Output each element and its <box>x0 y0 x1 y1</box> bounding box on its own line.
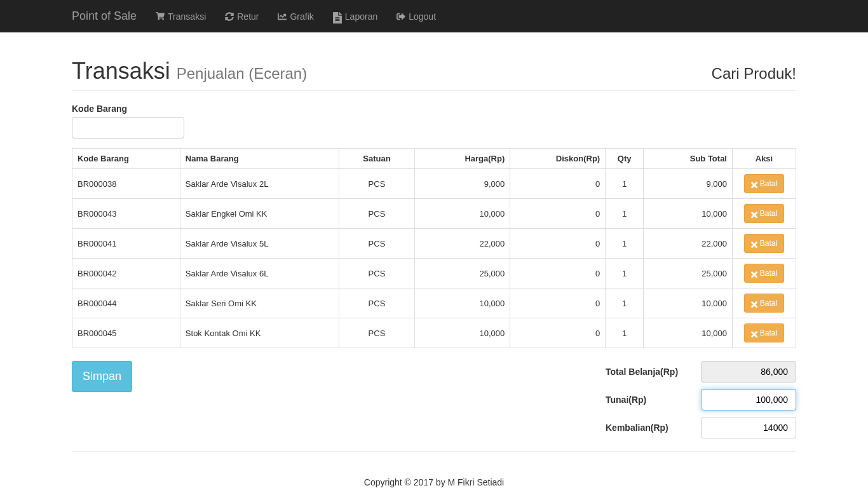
cell-aksi: Batal <box>732 318 796 348</box>
kode-barang-label: Kode Barang <box>72 104 796 114</box>
total-belanja-input <box>701 361 796 383</box>
batal-button[interactable]: Batal <box>744 204 784 223</box>
cell-aksi: Batal <box>732 199 796 229</box>
cell-kode: BR000038 <box>72 169 180 199</box>
cart-icon <box>156 12 165 21</box>
kode-barang-group: Kode Barang <box>72 104 796 139</box>
kode-barang-input[interactable] <box>72 117 184 139</box>
cell-qty: 1 <box>606 199 644 229</box>
navbar-brand[interactable]: Point of Sale <box>62 0 146 32</box>
cell-kode: BR000045 <box>72 318 180 348</box>
close-icon <box>751 270 757 276</box>
totals-section: Simpan Total Belanja(Rp) Tunai(Rp) Kemba… <box>72 361 796 438</box>
cell-subtotal: 10,000 <box>644 288 733 318</box>
close-icon <box>751 210 757 217</box>
chart-icon <box>278 12 287 21</box>
cell-harga: 9,000 <box>415 169 510 199</box>
tunai-input[interactable] <box>701 389 796 410</box>
page-title: Transaksi Penjualan (Eceran) <box>72 58 307 85</box>
batal-label: Batal <box>760 208 777 219</box>
th-satuan: Satuan <box>339 149 415 169</box>
nav-grafik[interactable]: Grafik <box>268 2 323 31</box>
batal-button[interactable]: Batal <box>744 174 784 193</box>
simpan-button[interactable]: Simpan <box>72 361 132 392</box>
cell-subtotal: 22,000 <box>644 229 733 259</box>
cell-aksi: Batal <box>732 259 796 288</box>
cell-nama: Saklar Engkel Omi KK <box>180 199 339 229</box>
kembalian-label: Kembalian(Rp) <box>606 423 688 433</box>
batal-button[interactable]: Batal <box>744 294 784 313</box>
th-subtotal: Sub Total <box>644 149 733 169</box>
cell-diskon: 0 <box>510 169 606 199</box>
table-row: BR000044 Saklar Seri Omi KK PCS 10,000 0… <box>72 288 796 318</box>
batal-button[interactable]: Batal <box>744 323 784 342</box>
batal-label: Batal <box>760 327 777 339</box>
cell-harga: 10,000 <box>415 199 510 229</box>
nav-label: Laporan <box>345 11 377 22</box>
cell-aksi: Batal <box>732 169 796 199</box>
totals-form: Total Belanja(Rp) Tunai(Rp) Kembalian(Rp… <box>606 361 796 438</box>
table-row: BR000041 Saklar Arde Visalux 5L PCS 22,0… <box>72 229 796 259</box>
navbar: Point of Sale Transaksi Retur <box>0 0 868 32</box>
nav-label: Logout <box>409 11 436 22</box>
cell-diskon: 0 <box>510 229 606 259</box>
cell-diskon: 0 <box>510 288 606 318</box>
batal-button[interactable]: Batal <box>744 234 784 253</box>
nav-transaksi[interactable]: Transaksi <box>146 2 215 31</box>
batal-label: Batal <box>760 268 777 279</box>
footer: Copyright © 2017 by M Fikri Setiadi <box>72 464 796 488</box>
cari-produk-link[interactable]: Cari Produk! <box>712 65 796 83</box>
cell-satuan: PCS <box>339 169 415 199</box>
nav-retur[interactable]: Retur <box>215 2 268 31</box>
cell-diskon: 0 <box>510 199 606 229</box>
batal-button[interactable]: Batal <box>744 264 784 283</box>
cell-nama: Saklar Seri Omi KK <box>180 288 339 318</box>
cell-harga: 10,000 <box>415 318 510 348</box>
navbar-nav: Transaksi Retur Grafik <box>146 2 445 31</box>
th-harga: Harga(Rp) <box>415 149 510 169</box>
logout-icon <box>397 12 405 21</box>
tunai-label: Tunai(Rp) <box>606 395 688 405</box>
cell-satuan: PCS <box>339 199 415 229</box>
transaction-table: Kode Barang Nama Barang Satuan Harga(Rp)… <box>72 148 796 348</box>
cell-kode: BR000041 <box>72 229 180 259</box>
cell-subtotal: 10,000 <box>644 318 733 348</box>
cell-nama: Stok Kontak Omi KK <box>180 318 339 348</box>
th-nama: Nama Barang <box>180 149 339 169</box>
refresh-icon <box>225 12 234 21</box>
cell-harga: 22,000 <box>415 229 510 259</box>
total-belanja-label: Total Belanja(Rp) <box>606 367 688 377</box>
nav-logout[interactable]: Logout <box>387 2 445 31</box>
file-icon <box>333 12 342 21</box>
cell-satuan: PCS <box>339 229 415 259</box>
cell-subtotal: 9,000 <box>644 169 733 199</box>
close-icon <box>751 240 757 247</box>
cell-diskon: 0 <box>510 259 606 288</box>
kembalian-input[interactable] <box>701 417 796 438</box>
batal-label: Batal <box>760 297 777 309</box>
cell-satuan: PCS <box>339 288 415 318</box>
cell-qty: 1 <box>606 169 644 199</box>
nav-label: Retur <box>237 11 259 22</box>
th-kode: Kode Barang <box>72 149 180 169</box>
cell-aksi: Batal <box>732 288 796 318</box>
cell-qty: 1 <box>606 229 644 259</box>
close-icon <box>751 180 757 187</box>
batal-label: Batal <box>760 238 777 249</box>
cell-nama: Saklar Arde Visalux 5L <box>180 229 339 259</box>
cell-harga: 10,000 <box>415 288 510 318</box>
cell-kode: BR000043 <box>72 199 180 229</box>
th-aksi: Aksi <box>732 149 796 169</box>
th-diskon: Diskon(Rp) <box>510 149 606 169</box>
page-subtitle: Penjualan (Eceran) <box>177 65 307 82</box>
cell-satuan: PCS <box>339 259 415 288</box>
close-icon <box>751 330 757 336</box>
cell-aksi: Batal <box>732 229 796 259</box>
th-qty: Qty <box>606 149 644 169</box>
table-row: BR000038 Saklar Arde Visalux 2L PCS 9,00… <box>72 169 796 199</box>
table-row: BR000042 Saklar Arde Visalux 6L PCS 25,0… <box>72 259 796 288</box>
cell-kode: BR000044 <box>72 288 180 318</box>
nav-laporan[interactable]: Laporan <box>323 2 387 31</box>
table-row: BR000045 Stok Kontak Omi KK PCS 10,000 0… <box>72 318 796 348</box>
close-icon <box>751 300 757 306</box>
